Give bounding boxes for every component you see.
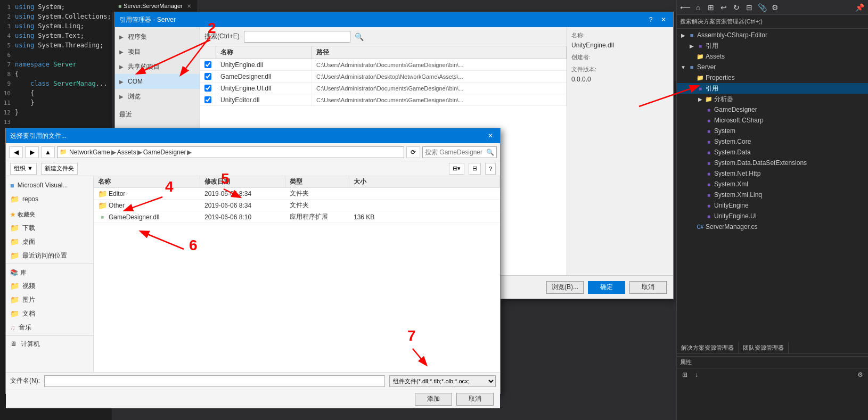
file-header-name[interactable]: 名称 <box>94 176 200 187</box>
sidebar-item-music[interactable]: ♫ 音乐 <box>6 320 93 334</box>
tab-server-manager[interactable]: ■ Server.ServerManager ✕ <box>112 0 198 12</box>
toolbar-btn-6[interactable]: 📎 <box>757 2 767 13</box>
cancel-button[interactable]: 取消 <box>456 393 494 406</box>
view-list-button[interactable]: ⊞▾ <box>449 163 464 175</box>
file-name-input[interactable] <box>44 375 385 387</box>
ref-row-check-1[interactable] <box>200 71 216 82</box>
ref-search-input[interactable] <box>244 31 350 43</box>
ref-row-path-1: C:\Users\Administrator\Desktop\NetworkGa… <box>312 71 567 82</box>
tree-item-system[interactable]: ■ System <box>677 126 868 136</box>
sidebar-item-docs[interactable]: 📁 文档 <box>6 307 93 320</box>
search-label: 搜索(Ctrl+E) <box>204 32 240 41</box>
table-row[interactable]: GameDesigner.dll C:\Users\Administrator\… <box>200 71 567 83</box>
table-row[interactable]: UnityEditor.dll C:\Users\Administrator\D… <box>200 94 567 106</box>
tree-item-server[interactable]: ▼ ■ Server <box>677 62 868 72</box>
right-toolbar: ⟵ ⌂ ⊞ ↩ ↻ ⊟ 📎 ⚙ 📌 <box>677 0 868 15</box>
help-button[interactable]: ? <box>645 15 656 24</box>
prop-btn-grid[interactable]: ⊞ <box>680 370 690 380</box>
cs-proj-icon: ■ <box>687 63 696 71</box>
toolbar-btn-5[interactable]: ⊟ <box>744 2 755 13</box>
sidebar-item-recent[interactable]: 📁 最近访问的位置 <box>6 249 93 262</box>
sidebar-item-desktop[interactable]: 📁 桌面 <box>6 235 93 249</box>
prop-btn-config[interactable]: ⚙ <box>855 370 865 380</box>
address-bar[interactable]: 📁 NetworkGame ▶ Assets ▶ GameDesigner ▶ <box>57 146 404 158</box>
toolbar-btn-1[interactable]: ⟵ <box>680 2 691 13</box>
table-row[interactable]: UnityEngine.UI.dll C:\Users\Administrato… <box>200 83 567 94</box>
pin-button[interactable]: 📌 <box>854 2 865 13</box>
sidebar-group-libs: 📚 库 <box>6 266 93 279</box>
tab-close-icon[interactable]: ✕ <box>187 3 191 9</box>
sidebar-item-video[interactable]: 📁 视频 <box>6 279 93 293</box>
list-item[interactable]: ■ GameDesigner.dll 2019-06-06 8:10 应用程序扩… <box>94 211 500 223</box>
tree-item-system-xmllinq[interactable]: ■ System.Xml.Linq <box>677 190 868 200</box>
back-button[interactable]: ◀ <box>9 146 23 158</box>
sidebar-item-images[interactable]: 📁 图片 <box>6 293 93 307</box>
tree-item-servermanager-cs[interactable]: C# ServerManager.cs <box>677 221 868 232</box>
toolbar-btn-2[interactable]: ⊞ <box>706 2 716 13</box>
msvisual-label: Microsoft Visual... <box>18 182 68 189</box>
sol-tab-explorer[interactable]: 解决方案资源管理器 <box>677 342 739 354</box>
ref-row-check-2[interactable] <box>200 83 216 94</box>
ref-nav-com[interactable]: ▶ COM <box>115 74 200 89</box>
sidebar-item-computer[interactable]: 🖥 计算机 <box>6 337 93 351</box>
add-button[interactable]: 添加 <box>415 393 452 406</box>
list-item[interactable]: 📁 Editor 2019-06-06 8:34 文件夹 <box>94 188 500 200</box>
tree-item-mscsharp[interactable]: ■ Microsoft.CSharp <box>677 115 868 126</box>
help-button[interactable]: ? <box>485 163 496 175</box>
ok-button[interactable]: 确定 <box>588 281 625 294</box>
desktop-icon: 📁 <box>10 237 19 246</box>
system-xmllinq-icon: ■ <box>705 191 713 199</box>
toolbar-btn-home[interactable]: ⌂ <box>693 2 703 13</box>
table-row[interactable]: UnityEngine.dll C:\Users\Administrator\D… <box>200 59 567 71</box>
up-button[interactable]: ▲ <box>41 146 55 158</box>
search-box[interactable]: 🔍 <box>422 146 497 158</box>
tree-item-properties[interactable]: 📁 Properties <box>677 72 868 83</box>
ref-row-name-2: UnityEngine.UI.dll <box>216 83 312 94</box>
sidebar-divider-1 <box>6 263 93 264</box>
tree-item-assembly-editor[interactable]: ▶ ■ Assembly-CSharp-Editor <box>677 30 868 40</box>
sidebar-item-repos[interactable]: 📁 repos <box>6 192 93 206</box>
list-item[interactable]: 📁 Other 2019-06-06 8:34 文件夹 <box>94 200 500 211</box>
ref-row-check-0[interactable] <box>200 59 216 70</box>
sidebar-item-downloads[interactable]: 📁 下载 <box>6 221 93 235</box>
ref-nav-shared[interactable]: ▶ 共享的项目 <box>115 59 200 74</box>
prop-header: 属性 <box>677 357 868 368</box>
browse-button[interactable]: 浏览(B)... <box>546 281 584 294</box>
toolbar-btn-7[interactable]: ⚙ <box>769 2 780 13</box>
tree-item-system-dataset[interactable]: ■ System.Data.DataSetExtensions <box>677 158 868 168</box>
sol-tab-team[interactable]: 团队资源管理器 <box>739 342 789 354</box>
tree-item-ref-server[interactable]: ▼ ■ 引用 <box>677 83 868 94</box>
refresh-button[interactable]: ⟳ <box>406 146 420 158</box>
ref-row-check-3[interactable] <box>200 94 216 105</box>
organize-button[interactable]: 组织 ▼ <box>10 163 37 175</box>
libs-label: 库 <box>20 269 26 277</box>
tree-item-analyzer[interactable]: ▶ 📁 分析器 <box>677 94 868 104</box>
search-input[interactable] <box>425 149 484 156</box>
tree-item-system-data[interactable]: ■ System.Data <box>677 147 868 158</box>
ref-nav-assemblies[interactable]: ▶ 程序集 <box>115 29 200 44</box>
view-icon-button[interactable]: ⊟ <box>469 163 481 175</box>
tree-item-unityengine[interactable]: ■ UnityEngine <box>677 200 868 211</box>
ref-nav-browse[interactable]: ▶ 浏览 <box>115 89 200 104</box>
prop-btn-sort[interactable]: ↓ <box>692 370 701 380</box>
tree-item-system-nethttp[interactable]: ■ System.Net.Http <box>677 168 868 179</box>
toolbar-btn-4[interactable]: ↻ <box>731 2 742 13</box>
tree-item-system-xml[interactable]: ■ System.Xml <box>677 179 868 190</box>
close-button[interactable]: ✕ <box>658 15 669 24</box>
tree-item-ref-assembly[interactable]: ▶ ■ 引用 <box>677 40 868 51</box>
tree-item-gamedesigner[interactable]: ■ GameDesigner <box>677 104 868 115</box>
file-header-date[interactable]: 修改日期 <box>200 176 285 187</box>
tree-item-unityengine-ui[interactable]: ■ UnityEngine.UI <box>677 211 868 221</box>
file-header-size[interactable]: 大小 <box>349 176 500 187</box>
tree-item-assets[interactable]: 📁 Assets <box>677 51 868 62</box>
ref-nav-project[interactable]: ▶ 项目 <box>115 44 200 59</box>
file-header-type[interactable]: 类型 <box>285 176 349 187</box>
file-type-select[interactable]: 组件文件(*.dll;*.tlb;*.olb;*.ocx; <box>389 375 496 387</box>
toolbar-btn-3[interactable]: ↩ <box>718 2 729 13</box>
file-close-button[interactable]: ✕ <box>485 131 496 141</box>
new-folder-button[interactable]: 新建文件夹 <box>41 163 78 175</box>
sidebar-item-msvisual[interactable]: ■ Microsoft Visual... <box>6 178 93 192</box>
tree-item-system-core[interactable]: ■ System.Core <box>677 136 868 147</box>
cancel-button[interactable]: 取消 <box>629 281 667 294</box>
forward-button[interactable]: ▶ <box>25 146 39 158</box>
